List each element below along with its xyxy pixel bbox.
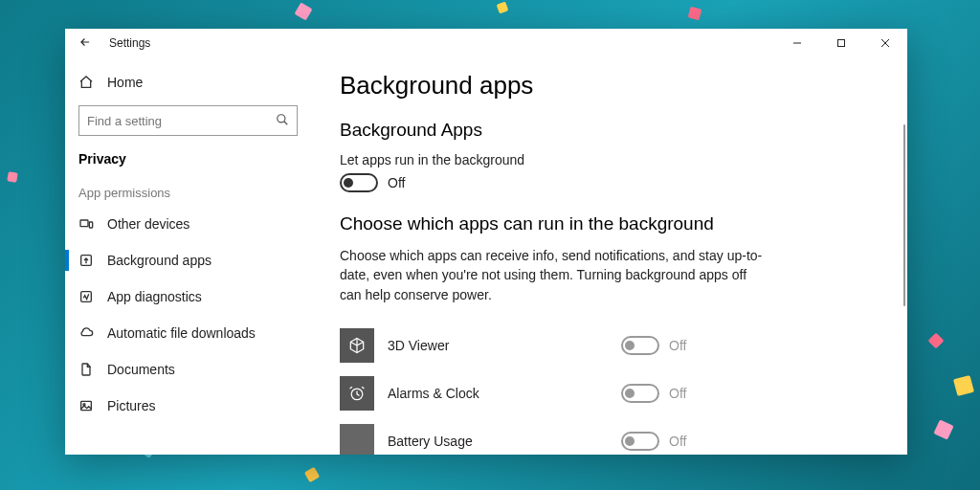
sidebar-item-auto-downloads[interactable]: Automatic file downloads [65,315,311,351]
maximize-button[interactable] [819,29,863,57]
app-toggle[interactable] [621,336,659,355]
group-label: App permissions [65,180,311,206]
app-toggle-state: Off [669,434,686,449]
app-row: 3D Viewer Off [340,322,879,369]
titlebar: Settings [65,29,907,57]
master-toggle[interactable] [340,173,378,192]
search-box[interactable] [78,105,298,136]
home-nav[interactable]: Home [65,67,311,98]
app-name: Battery Usage [388,434,608,449]
nav-label: Documents [107,362,175,377]
sidebar-item-app-diagnostics[interactable]: App diagnostics [65,278,311,315]
sidebar-item-pictures[interactable]: Pictures [65,388,311,424]
3d-viewer-icon [340,328,374,363]
document-icon [78,362,94,377]
search-input[interactable] [87,114,276,128]
home-icon [78,75,94,90]
svg-rect-10 [81,401,92,410]
app-toggle[interactable] [621,384,659,403]
battery-usage-icon [340,424,374,455]
app-name: 3D Viewer [388,338,608,353]
home-label: Home [107,75,143,90]
cloud-icon [78,325,94,341]
scrollbar[interactable] [903,124,905,306]
back-button[interactable] [78,35,92,52]
app-toggle-state: Off [669,338,686,353]
description-paragraph: Choose which apps can receive info, send… [340,246,770,304]
minimize-button[interactable] [775,29,819,57]
nav-label: Other devices [107,216,189,232]
nav-label: Automatic file downloads [107,325,256,341]
master-toggle-label: Let apps run in the background [340,152,879,167]
pictures-icon [78,398,94,413]
svg-rect-6 [80,220,88,227]
master-toggle-state: Off [388,175,405,190]
devices-icon [78,216,94,232]
window-title: Settings [109,36,150,50]
sidebar-item-other-devices[interactable]: Other devices [65,206,311,242]
svg-rect-1 [838,40,845,47]
app-toggle[interactable] [621,432,659,451]
diagnostics-icon [78,289,94,304]
nav-label: Pictures [107,398,156,413]
app-name: Alarms & Clock [388,386,608,401]
alarms-clock-icon [340,376,374,411]
svg-rect-7 [89,222,92,228]
app-row: Alarms & Clock Off [340,369,879,417]
nav-label: App diagnostics [107,289,202,304]
svg-line-5 [284,121,288,124]
content-pane: Background apps Background Apps Let apps… [311,57,907,455]
app-row: Battery Usage Off [340,417,879,455]
sidebar: Home Privacy App permissions Other devic… [65,57,311,455]
close-button[interactable] [863,29,907,57]
sidebar-item-background-apps[interactable]: Background apps [65,242,311,278]
search-icon [276,113,289,129]
subheading-1: Background Apps [340,120,879,141]
app-toggle-state: Off [669,386,686,401]
sidebar-item-documents[interactable]: Documents [65,351,311,388]
settings-window: Settings Home Privacy App permissions Ot… [65,29,907,455]
svg-point-4 [278,114,285,122]
background-apps-icon [78,253,94,268]
section-heading: Privacy [65,145,311,180]
subheading-2: Choose which apps can run in the backgro… [340,213,879,234]
page-title: Background apps [340,71,879,100]
nav-label: Background apps [107,253,212,268]
